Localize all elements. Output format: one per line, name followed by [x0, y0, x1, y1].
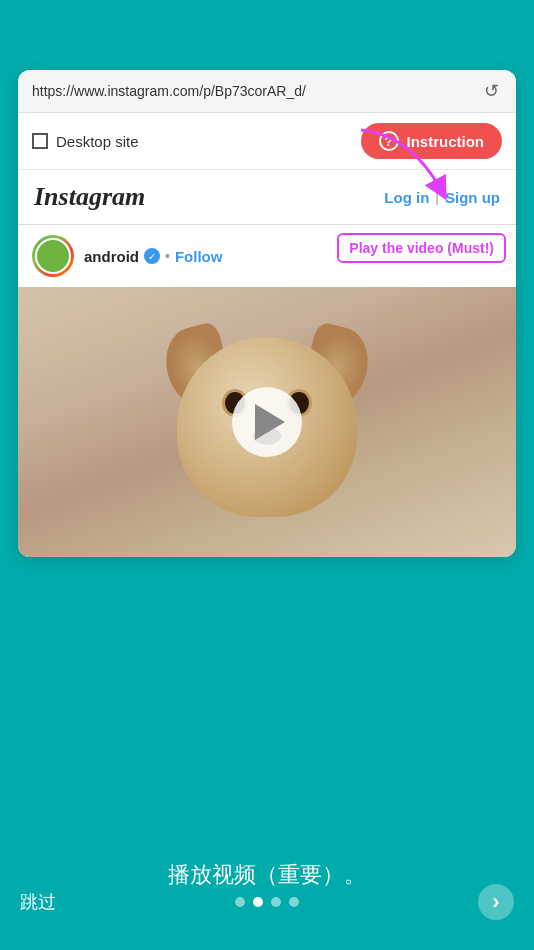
reload-icon[interactable]: ↺	[480, 80, 502, 102]
bottom-section: 播放视频（重要）。 跳过 ›	[0, 630, 534, 950]
dot-separator: •	[165, 248, 170, 264]
dots-container	[56, 897, 478, 907]
question-circle-icon: ?	[379, 131, 399, 151]
skip-button[interactable]: 跳过	[20, 890, 56, 914]
desktop-site-label: Desktop site	[56, 133, 139, 150]
browser-card: https://www.instagram.com/p/Bp73corAR_d/…	[18, 70, 516, 557]
instruction-btn-label: Instruction	[407, 133, 485, 150]
dot-2	[253, 897, 263, 907]
instagram-logo: Instagram	[34, 182, 384, 212]
dot-4	[289, 897, 299, 907]
url-text: https://www.instagram.com/p/Bp73corAR_d/	[32, 83, 480, 99]
user-info: android ✓ • Follow	[84, 248, 222, 265]
auth-divider: |	[435, 189, 439, 205]
dot-3	[271, 897, 281, 907]
avatar-inner	[35, 238, 71, 274]
play-triangle-icon	[255, 404, 285, 440]
follow-link[interactable]: Follow	[175, 248, 223, 265]
url-bar: https://www.instagram.com/p/Bp73corAR_d/…	[18, 70, 516, 113]
desktop-site-checkbox[interactable]	[32, 133, 48, 149]
dot-1	[235, 897, 245, 907]
post-header: android ✓ • Follow Play the video (Must!…	[18, 225, 516, 287]
toolbar-bar: Desktop site ? Instruction	[18, 113, 516, 170]
verified-badge-icon: ✓	[144, 248, 160, 264]
signup-link[interactable]: Sign up	[445, 189, 500, 206]
bottom-nav: 跳过 ›	[0, 884, 534, 930]
avatar	[32, 235, 74, 277]
username: android	[84, 248, 139, 265]
instagram-auth: Log in | Sign up	[384, 189, 500, 206]
play-video-bubble: Play the video (Must!)	[337, 233, 506, 263]
instruction-button[interactable]: ? Instruction	[361, 123, 503, 159]
play-button[interactable]	[232, 387, 302, 457]
video-container[interactable]	[18, 287, 516, 557]
login-link[interactable]: Log in	[384, 189, 429, 206]
next-button[interactable]: ›	[478, 884, 514, 920]
instagram-header: Instagram Log in | Sign up	[18, 170, 516, 225]
desktop-site-option: Desktop site	[32, 133, 361, 150]
